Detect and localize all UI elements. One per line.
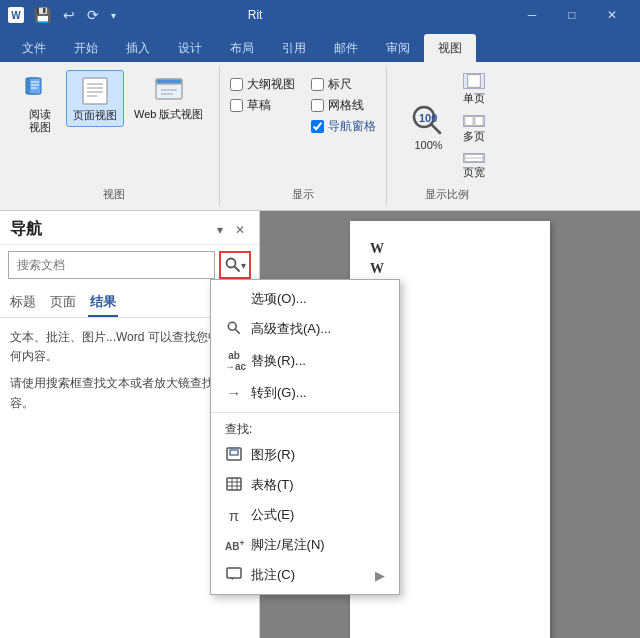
- menu-item-advanced-find[interactable]: 高级查找(A)...: [211, 314, 399, 344]
- svg-rect-5: [83, 78, 107, 104]
- web-view-btn[interactable]: Web 版式视图: [128, 70, 209, 125]
- single-page-btn[interactable]: 单页: [458, 70, 490, 109]
- page-view-btn[interactable]: 页面视图: [66, 70, 124, 127]
- outline-checkbox[interactable]: 大纲视图: [230, 76, 295, 93]
- nav-controls: ▾ ✕: [213, 221, 249, 239]
- zoom-btn[interactable]: 100 100%: [404, 99, 452, 155]
- web-view-icon: [153, 74, 185, 106]
- menu-item-footnote[interactable]: AB+ 脚注/尾注(N): [211, 530, 399, 560]
- redo-btn[interactable]: ⟳: [83, 5, 103, 25]
- tab-review[interactable]: 审阅: [372, 34, 424, 62]
- footnote-label: 脚注/尾注(N): [251, 536, 325, 554]
- nav-tab-pages[interactable]: 页面: [48, 289, 78, 317]
- svg-rect-11: [156, 79, 182, 84]
- svg-rect-28: [227, 478, 241, 490]
- svg-line-25: [236, 329, 240, 333]
- multi-page-icon: [463, 115, 485, 127]
- replace-icon: ab→ac: [225, 350, 243, 372]
- group-label-show: 显示: [292, 183, 314, 202]
- shapes-label: 图形(R): [251, 446, 295, 464]
- menu-item-options[interactable]: 选项(O)...: [211, 284, 399, 314]
- svg-rect-1: [29, 78, 41, 94]
- doc-line-2: W: [370, 261, 530, 277]
- ribbon-group-zoom: 100 100% 单页: [387, 66, 507, 206]
- svg-rect-27: [230, 450, 238, 455]
- app-icon: W: [8, 7, 24, 23]
- svg-rect-33: [227, 568, 241, 578]
- zoom-percent-label: 100%: [414, 139, 442, 151]
- zoom-icon: 100: [410, 103, 446, 139]
- nav-tab-results[interactable]: 结果: [88, 289, 118, 317]
- nav-tab-headings[interactable]: 标题: [8, 289, 38, 317]
- document-title: Rit: [248, 8, 263, 22]
- read-view-btn[interactable]: 阅读视图: [18, 70, 62, 138]
- grid-checkbox[interactable]: 网格线: [311, 97, 376, 114]
- menu-item-table[interactable]: 表格(T): [211, 470, 399, 500]
- read-view-label: 阅读视图: [29, 108, 51, 134]
- menu-item-goto[interactable]: → 转到(G)...: [211, 378, 399, 408]
- menu-item-formula[interactable]: π 公式(E): [211, 500, 399, 530]
- page-width-label: 页宽: [463, 165, 485, 180]
- title-bar-tools: 💾 ↩ ⟳ ▾: [30, 5, 120, 25]
- page-width-btn[interactable]: 页宽: [458, 150, 490, 183]
- nav-checkbox[interactable]: 导航窗格: [311, 118, 376, 135]
- view-buttons: 阅读视图 页面视图: [18, 70, 209, 183]
- nav-pin-btn[interactable]: ▾: [213, 221, 227, 239]
- ribbon-group-view: 阅读视图 页面视图: [8, 66, 220, 206]
- group-label-view: 视图: [103, 183, 125, 202]
- menu-options-label: 选项(O)...: [251, 290, 307, 308]
- comment-arrow: ▶: [375, 568, 385, 583]
- svg-line-23: [235, 267, 239, 271]
- formula-label: 公式(E): [251, 506, 294, 524]
- page-view-icon: [79, 75, 111, 107]
- tab-insert[interactable]: 插入: [112, 34, 164, 62]
- goto-label: 转到(G)...: [251, 384, 307, 402]
- nav-panel-title: 导航: [10, 219, 42, 240]
- maximize-btn[interactable]: □: [552, 0, 592, 30]
- menu-item-shapes[interactable]: 图形(R): [211, 440, 399, 470]
- nav-close-btn[interactable]: ✕: [231, 221, 249, 239]
- minimize-btn[interactable]: ─: [512, 0, 552, 30]
- tab-view[interactable]: 视图: [424, 34, 476, 62]
- multi-page-label: 多页: [463, 129, 485, 144]
- formula-icon: π: [225, 507, 243, 524]
- page-view-label: 页面视图: [73, 109, 117, 122]
- navigation-panel: 导航 ▾ ✕ ▾ 选项(O)...: [0, 211, 260, 638]
- goto-icon: →: [225, 385, 243, 401]
- window-controls: ─ □ ✕: [512, 0, 632, 30]
- read-view-icon: [24, 74, 56, 106]
- svg-text:100: 100: [419, 112, 437, 124]
- search-input[interactable]: [8, 251, 215, 279]
- menu-divider-1: [211, 412, 399, 413]
- title-bar: W 💾 ↩ ⟳ ▾ Rit ─ □ ✕: [0, 0, 640, 30]
- tab-layout[interactable]: 布局: [216, 34, 268, 62]
- multi-page-btn[interactable]: 多页: [458, 112, 490, 147]
- tab-mail[interactable]: 邮件: [320, 34, 372, 62]
- tab-home[interactable]: 开始: [60, 34, 112, 62]
- ruler-checkbox[interactable]: 标尺: [311, 76, 376, 93]
- table-icon: [225, 477, 243, 494]
- nav-header: 导航 ▾ ✕: [0, 211, 259, 245]
- replace-label: 替换(R)...: [251, 352, 306, 370]
- svg-rect-17: [468, 75, 481, 88]
- menu-item-comment[interactable]: 批注(C) ▶: [211, 560, 399, 590]
- checkboxes-col1: 大纲视图 草稿: [230, 70, 295, 120]
- save-btn[interactable]: 💾: [30, 5, 55, 25]
- page-size-btns: 单页 多页: [458, 70, 490, 183]
- close-btn[interactable]: ✕: [592, 0, 632, 30]
- ribbon-panel: 阅读视图 页面视图: [0, 62, 640, 211]
- tab-references[interactable]: 引用: [268, 34, 320, 62]
- tab-file[interactable]: 文件: [8, 34, 60, 62]
- menu-item-replace[interactable]: ab→ac 替换(R)...: [211, 344, 399, 378]
- svg-marker-34: [230, 578, 233, 580]
- search-dropdown-arrow[interactable]: ▾: [241, 260, 246, 271]
- single-page-label: 单页: [463, 91, 485, 106]
- search-dropdown-menu: 选项(O)... 高级查找(A)... ab→ac 替换(R)...: [210, 279, 400, 595]
- tab-design[interactable]: 设计: [164, 34, 216, 62]
- draft-checkbox[interactable]: 草稿: [230, 97, 295, 114]
- more-btn[interactable]: ▾: [107, 8, 120, 23]
- undo-btn[interactable]: ↩: [59, 5, 79, 25]
- page-width-icon: [463, 153, 485, 163]
- table-label: 表格(T): [251, 476, 294, 494]
- search-button[interactable]: ▾: [219, 251, 251, 279]
